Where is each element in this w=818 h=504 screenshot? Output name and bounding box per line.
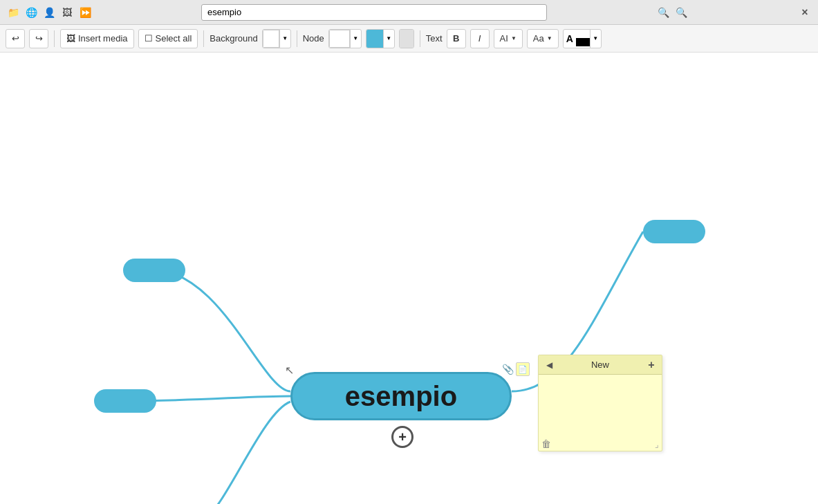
search-input[interactable] [201,4,547,21]
undo-button[interactable]: ↩ [6,29,25,48]
font-color-picker[interactable]: A ▼ [563,29,602,48]
add-child-button[interactable]: + [391,426,413,448]
node-color-dropdown[interactable]: ▼ [383,30,394,48]
bold-button[interactable]: B [447,29,466,48]
font-size-dropdown-arrow: ▼ [547,35,552,41]
font-color-dropdown[interactable]: ▼ [590,30,601,48]
node-color-box [366,30,383,48]
sticky-prev-button[interactable]: ◀ [543,359,555,371]
satellite-node-mid-left[interactable] [94,389,156,413]
close-button[interactable]: × [797,5,812,20]
satellite-node-top-right[interactable] [643,220,705,243]
font-color-box [576,38,590,46]
background-color-box [263,30,279,48]
central-node[interactable]: esempio [290,372,512,420]
ai-button[interactable]: AI ▼ [494,29,523,48]
sticky-delete-button[interactable]: 🗑 [541,438,551,449]
node-color-picker[interactable]: ▼ [366,29,395,48]
sticky-note-title: New [555,360,645,370]
separator-1 [54,30,55,47]
text-label: Text [426,33,443,44]
node-shape-dropdown[interactable]: ▼ [350,30,361,48]
select-all-button[interactable]: ☐ Select all [138,29,198,48]
search-clear-icon[interactable]: 🔍 [656,5,671,20]
resize-handle[interactable]: ↖ [285,364,294,377]
central-node-text: esempio [345,381,457,412]
background-color-picker[interactable]: ▼ [262,29,291,48]
folder-icon[interactable]: 📁 [6,5,21,20]
ai-dropdown-arrow: ▼ [511,35,517,41]
forward-icon[interactable]: ⏩ [77,5,93,20]
node-border-picker[interactable] [399,29,414,48]
person-icon[interactable]: 👤 [41,5,57,20]
background-label: Background [210,33,257,44]
sticky-note-body[interactable] [539,375,662,434]
separator-3 [297,30,297,47]
toolbar: ↩ ↪ 🖼 Insert media ☐ Select all Backgrou… [0,25,818,53]
node-label: Node [303,33,324,44]
separator-2 [203,30,204,47]
font-size-label: Aa [533,33,544,44]
magnifier-icon[interactable]: 🔍 [673,5,689,20]
sticky-note-header: ◀ New + [539,355,662,375]
redo-button[interactable]: ↪ [29,29,48,48]
select-all-label: Select all [156,33,192,44]
sticky-add-button[interactable]: + [645,359,658,371]
checkbox-icon: ☐ [145,33,153,44]
sticky-resize-handle[interactable]: ⌟ [655,440,659,449]
sticky-note: ◀ New + 🗑 ⌟ [538,355,662,451]
globe-lock-icon[interactable]: 🌐 [24,5,39,20]
node-border-box [400,30,413,48]
italic-button[interactable]: I [470,29,490,48]
font-size-button[interactable]: Aa ▼ [527,29,559,48]
sticky-note-footer: 🗑 ⌟ [539,434,662,451]
insert-media-icon: 🖼 [66,33,75,44]
font-color-label: A [564,33,576,44]
separator-4 [420,30,420,47]
background-color-dropdown[interactable]: ▼ [279,30,290,48]
satellite-node-top-left[interactable] [123,259,185,282]
node-shape-box [329,30,350,48]
image-icon[interactable]: 🖼 [59,5,75,20]
attach-icon[interactable]: 📎 [501,362,514,376]
insert-media-button[interactable]: 🖼 Insert media [60,29,134,48]
node-actions: 📎 📄 [501,362,530,376]
ai-label: AI [500,33,508,44]
note-icon[interactable]: 📄 [516,362,530,376]
insert-media-label: Insert media [78,33,128,44]
node-shape-picker[interactable]: ▼ [328,29,362,48]
title-bar: 📁 🌐 👤 🖼 ⏩ 🔍 🔍 × [0,0,818,25]
mindmap-canvas[interactable]: esempio ↖ 📎 📄 + ◀ New + 🗑 ⌟ [0,53,818,504]
